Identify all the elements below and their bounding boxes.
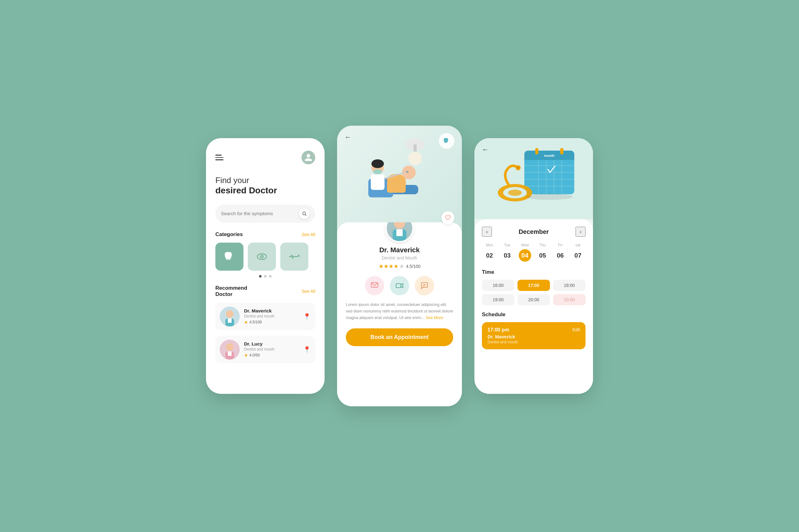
svg-point-5	[226, 310, 234, 318]
svg-rect-20	[371, 174, 384, 190]
next-month-button[interactable]: ›	[576, 227, 585, 237]
time-slot-2000[interactable]: 20:00	[517, 294, 550, 305]
doctor-description: Lorem ipsum dolor sit amet, consectetuer…	[346, 302, 453, 321]
svg-rect-35	[535, 148, 539, 154]
calendar-days: Mon 02 Tue 03 Wed 04 Thu 05 Fri 06	[482, 243, 585, 262]
screen1-header	[215, 151, 315, 164]
time-slot-1700[interactable]: 17:00	[517, 280, 550, 291]
time-section: Time 16:00 17:00 18:00 19:00 20:00 10:00	[482, 269, 585, 305]
message-icon	[370, 282, 379, 290]
dot-1	[259, 275, 261, 278]
doctor-card-maverick[interactable]: Dr. Maverick Dentist and mouth ★ 4.5/100…	[215, 303, 315, 330]
svg-point-24	[371, 159, 384, 168]
male-doctor-avatar	[221, 307, 238, 326]
svg-point-51	[526, 194, 573, 200]
chat-button[interactable]	[415, 276, 434, 295]
cal-day-sat[interactable]: sat 07	[570, 243, 585, 262]
title-line2: desired Doctor	[215, 185, 315, 196]
search-input[interactable]	[221, 211, 296, 216]
doctor-rating-lucy: ★ 4.0/50	[244, 353, 299, 358]
svg-point-25	[394, 222, 405, 229]
see-more-link[interactable]: See More	[426, 315, 443, 320]
svg-line-1	[305, 214, 307, 216]
category-dental[interactable]	[215, 243, 243, 271]
svg-point-50	[517, 167, 519, 169]
svg-point-48	[508, 190, 522, 196]
screen2: ←	[337, 126, 462, 406]
doctor-card-lucy[interactable]: Dr. Lucy Dentist and mouth ★ 4.0/50 📍	[215, 336, 315, 363]
cal-day-wed[interactable]: Wed 04	[517, 243, 532, 262]
doctor-avatar-male	[220, 306, 240, 326]
svg-text:month: month	[544, 154, 555, 157]
cal-day-fri[interactable]: Fri 06	[553, 243, 568, 262]
female-doctor-avatar	[221, 340, 238, 360]
eye-icon	[255, 250, 269, 264]
cal-day-thu[interactable]: Thu 05	[535, 243, 550, 262]
doctor-rating-maverick: ★ 4.5/100	[244, 320, 299, 325]
search-icon	[302, 211, 307, 216]
svg-point-8	[226, 343, 234, 351]
prev-month-button[interactable]: ‹	[482, 227, 492, 237]
star-icon: ★	[244, 320, 248, 325]
calendar-month: December	[519, 228, 549, 235]
message-button[interactable]	[365, 276, 384, 295]
schedule-section: Schedule 17:00 pm Dr. Maverick Dentist a…	[482, 311, 585, 349]
video-button[interactable]	[390, 276, 409, 295]
recommend-title: Recommend Doctor	[215, 285, 247, 297]
favorite-button[interactable]	[441, 211, 454, 224]
edit-button[interactable]: Edit	[573, 327, 580, 332]
menu-icon[interactable]	[215, 155, 223, 160]
category-heart[interactable]	[280, 243, 308, 271]
profile-specialty: Dentist and Mouth	[382, 255, 417, 260]
schedule-time: 17:00 pm	[488, 327, 518, 333]
user-avatar[interactable]	[302, 151, 315, 164]
screen1: Find your desired Doctor Categories See …	[206, 138, 325, 394]
cal-day-tue[interactable]: Tue 03	[500, 243, 515, 262]
rating-text: 4.5/100	[406, 264, 421, 269]
schedule-doctor: Dr. Maverick	[488, 334, 518, 339]
time-slot-1000[interactable]: 10:00	[553, 294, 585, 305]
location-pin-lucy: 📍	[303, 346, 311, 353]
schedule-details: 17:00 pm Dr. Maverick Dentist and mouth	[488, 327, 518, 344]
tooth-badge	[439, 133, 454, 149]
svg-point-13	[408, 152, 422, 165]
profile-name: Dr. Maverick	[379, 246, 420, 254]
user-icon	[304, 153, 313, 162]
time-title: Time	[482, 269, 585, 276]
calendar-header: ‹ December ›	[482, 227, 585, 237]
profile-doctor-svg	[387, 222, 412, 241]
back-arrow-screen3[interactable]: ←	[482, 146, 489, 154]
recommend-title-wrap: Recommend Doctor	[215, 285, 247, 298]
doctor-info-lucy: Dr. Lucy Dentist and mouth ★ 4.0/50	[244, 341, 299, 358]
screen3: ← month	[474, 138, 593, 394]
svg-point-21	[373, 169, 382, 174]
book-appointment-button[interactable]: Book an Appointment	[346, 328, 453, 346]
doctor-spec-maverick: Dentist and mouth	[244, 314, 299, 318]
schedule-specialty: Dentist and mouth	[488, 340, 518, 344]
search-bar[interactable]	[215, 205, 315, 223]
doctor-profile: Dr. Maverick Dentist and Mouth ★★★★ ★ 4.…	[346, 222, 453, 270]
stars-row: ★★★★ ★	[379, 263, 404, 270]
title-line1: Find your	[215, 175, 315, 185]
categories-see-all[interactable]: See All	[302, 232, 315, 237]
svg-rect-18	[387, 180, 406, 193]
time-slot-1600[interactable]: 16:00	[482, 280, 514, 291]
svg-point-4	[261, 256, 262, 257]
time-slot-1800[interactable]: 18:00	[553, 280, 585, 291]
recommend-see-all[interactable]: See All	[302, 289, 315, 294]
search-button[interactable]	[299, 208, 310, 219]
time-slot-1900[interactable]: 19:00	[482, 294, 514, 305]
doctor-list: Dr. Maverick Dentist and mouth ★ 4.5/100…	[215, 303, 315, 363]
doctor-name-maverick: Dr. Maverick	[244, 308, 299, 314]
categories-header: Categories See All	[215, 231, 315, 238]
doctor-avatar-female	[220, 340, 240, 360]
category-cards	[215, 243, 315, 271]
cal-day-mon[interactable]: Mon 02	[482, 243, 497, 262]
chat-icon	[420, 282, 429, 290]
tooth-icon	[222, 250, 236, 264]
category-eye[interactable]	[248, 243, 276, 271]
schedule-illustration: month	[480, 145, 587, 213]
star-icon-lucy: ★	[244, 353, 248, 358]
back-arrow-screen2[interactable]: ←	[345, 133, 351, 141]
recommend-section: Recommend Doctor See All	[215, 285, 315, 363]
